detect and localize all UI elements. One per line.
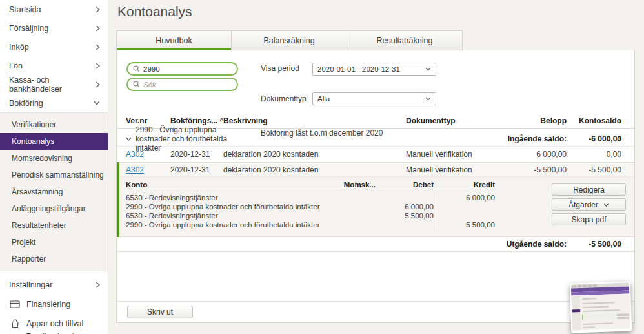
column-header-bokforingsdatum[interactable]: Bokförings...^ <box>170 116 223 125</box>
sidebar-item-resultatenheter[interactable]: Resultatenheter <box>0 217 108 234</box>
table-row[interactable]: A302 2020-12-31 deklaration 2020 kosntad… <box>117 147 634 162</box>
ingaende-saldo-label: Ingående saldo: <box>248 134 567 143</box>
detail-header-debet: Debet <box>376 181 434 189</box>
sidebar: Startsida Försäljning Inköp Lön Kassa- o… <box>0 0 108 334</box>
text-search-input[interactable] <box>143 81 232 89</box>
account-search-input[interactable] <box>143 65 232 73</box>
tab-bar: Huvudbok Balansräkning Resultaträkning <box>116 30 463 50</box>
screenshot-thumbnail[interactable] <box>570 281 632 333</box>
chevron-down-icon <box>603 203 609 207</box>
chevron-down-icon <box>425 97 431 101</box>
sidebar-item-projekt[interactable]: Projekt <box>0 234 108 251</box>
sidebar-item-momsredovisning[interactable]: Momsredovisning <box>0 150 108 167</box>
sidebar-item-label: Startsida <box>9 5 41 14</box>
detail-header-momsk: Momsk... <box>336 181 376 189</box>
chevron-right-icon <box>96 81 100 88</box>
sidebar-item-forsaljning[interactable]: Försäljning <box>0 19 108 37</box>
sidebar-item-lon[interactable]: Lön <box>0 56 108 75</box>
account-group-row[interactable]: 2990 - Övriga upplupna kostnader och för… <box>117 132 634 147</box>
bokforing-submenu: Verifikationer Kontoanalys Momsredovisni… <box>0 112 108 271</box>
account-search-field[interactable] <box>126 62 238 76</box>
cell-belopp: 6 000,00 <box>496 150 567 159</box>
tab-balansrakning[interactable]: Balansräkning <box>232 30 347 50</box>
sidebar-item-rapporter[interactable]: Rapporter <box>0 251 108 267</box>
page-title: Kontoanalys <box>117 4 192 19</box>
sidebar-item-finansiering[interactable]: Finansiering <box>0 295 108 314</box>
detail-row: 2990 - Övriga upplupna kostnader och för… <box>126 202 495 211</box>
cell-beskrivning: deklaration 2020 kosntaden <box>223 165 406 174</box>
chevron-right-icon <box>96 63 100 69</box>
sidebar-item-anlaggningstillgangar[interactable]: Anläggningstillgångar <box>0 200 108 217</box>
sidebar-item-periodisk-sammanstallning[interactable]: Periodisk sammanställning <box>0 167 108 183</box>
sidebar-item-bokforing[interactable]: Bokföring <box>0 94 108 112</box>
sidebar-item-label: Försäljning <box>9 24 48 33</box>
cell-kontosaldo: -5 500,00 <box>567 165 621 174</box>
column-header-kontosaldo[interactable]: Kontosaldo <box>567 116 621 125</box>
atgarder-button[interactable]: Åtgärder <box>552 198 626 211</box>
redigera-button[interactable]: Redigera <box>552 183 626 196</box>
column-header-dokumenttyp[interactable]: Dokumenttyp <box>406 116 496 125</box>
detail-row: 6530 - Redovisningstjänster 5 500,00 <box>126 211 495 220</box>
sidebar-item-label: Lön <box>9 61 23 70</box>
search-icon <box>133 81 140 88</box>
panel-footer: Skriv ut <box>117 301 634 322</box>
thumbnail-content <box>571 293 630 330</box>
sidebar-item-arsavstamning[interactable]: Årsavstämning <box>0 183 108 200</box>
table-row-selected[interactable]: A302 2020-12-31 deklaration 2020 kosntad… <box>117 162 634 177</box>
ingaende-saldo-value: -6 000,00 <box>567 134 621 143</box>
sidebar-item-label: Appar och tillval <box>26 319 83 328</box>
chevron-down-icon <box>425 67 431 71</box>
detail-header-kredit: Kredit <box>434 181 495 189</box>
sidebar-item-label: Finansiering <box>26 300 70 309</box>
tab-resultatrakning[interactable]: Resultaträkning <box>347 30 463 50</box>
content-panel: Visa period 2020-01-01 - 2020-12-31 Bokf… <box>116 50 635 323</box>
dokumenttyp-value: Alla <box>317 95 330 103</box>
chevron-right-icon <box>96 25 100 32</box>
visa-period-dropdown[interactable]: 2020-01-01 - 2020-12-31 <box>312 63 436 76</box>
tab-huvudbok[interactable]: Huvudbok <box>116 30 232 50</box>
cell-belopp: -5 500,00 <box>496 165 567 174</box>
cell-kontosaldo: 0,00 <box>567 150 621 159</box>
detail-header-konto: Konto <box>126 181 336 189</box>
sidebar-item-label: Inköp <box>9 43 29 52</box>
chevron-down-icon <box>94 101 100 105</box>
sidebar-item-kontoanalys[interactable]: Kontoanalys <box>0 133 108 150</box>
column-header-belopp[interactable]: Belopp <box>496 116 567 125</box>
sidebar-item-label: Inställningar <box>9 280 52 289</box>
sidebar-item-inkop[interactable]: Inköp <box>0 37 108 56</box>
sidebar-item-label: Kassa- och bankhändelser <box>9 76 96 94</box>
column-header-beskrivning[interactable]: Beskrivning <box>223 116 406 125</box>
dokumenttyp-dropdown[interactable]: Alla <box>312 92 436 105</box>
cell-datum: 2020-12-31 <box>170 150 223 159</box>
column-header-vernr[interactable]: Ver.nr <box>126 116 170 125</box>
utgaende-saldo-row: Utgående saldo: -5 500,00 <box>117 237 634 252</box>
sidebar-item-appar-och-tillval[interactable]: Appar och tillval <box>0 314 108 333</box>
collapse-chevron-icon[interactable] <box>126 137 132 141</box>
visa-period-label: Visa period <box>261 64 299 73</box>
sidebar-item-startsida[interactable]: Startsida <box>0 0 108 19</box>
shopping-bag-icon <box>9 319 21 329</box>
utgaende-saldo-label: Utgående saldo: <box>248 240 567 249</box>
visa-period-value: 2020-01-01 - 2020-12-31 <box>317 65 400 73</box>
chevron-right-icon <box>96 44 100 50</box>
detail-header-row: Konto Momsk... Debet Kredit <box>126 181 495 191</box>
chevron-right-icon <box>96 282 100 288</box>
chevron-right-icon <box>96 6 100 13</box>
credit-card-icon <box>9 300 21 309</box>
sidebar-item-installningar[interactable]: Inställningar <box>0 275 108 295</box>
search-icon <box>133 65 140 72</box>
detail-row: 6530 - Redovisningstjänster 6 000,00 <box>126 193 495 202</box>
verification-link[interactable]: A302 <box>126 150 144 159</box>
detail-row: 2990 - Övriga upplupna kostnader och för… <box>126 220 495 229</box>
sidebar-item-verifikationer[interactable]: Verifikationer <box>0 116 108 133</box>
utgaende-saldo-value: -5 500,00 <box>567 240 621 249</box>
verification-link[interactable]: A302 <box>126 165 144 174</box>
skapa-pdf-button[interactable]: Skapa pdf <box>552 213 626 225</box>
text-search-field[interactable] <box>126 78 238 91</box>
selected-row-indicator <box>117 162 119 237</box>
sidebar-item-label: Bokföring <box>9 99 43 108</box>
cell-dokumenttyp: Manuell verifikation <box>406 150 496 159</box>
cell-beskrivning: deklaration 2020 kosntaden <box>223 150 406 159</box>
sidebar-item-kassa-bank[interactable]: Kassa- och bankhändelser <box>0 75 108 94</box>
skriv-ut-button[interactable]: Skriv ut <box>127 306 193 318</box>
